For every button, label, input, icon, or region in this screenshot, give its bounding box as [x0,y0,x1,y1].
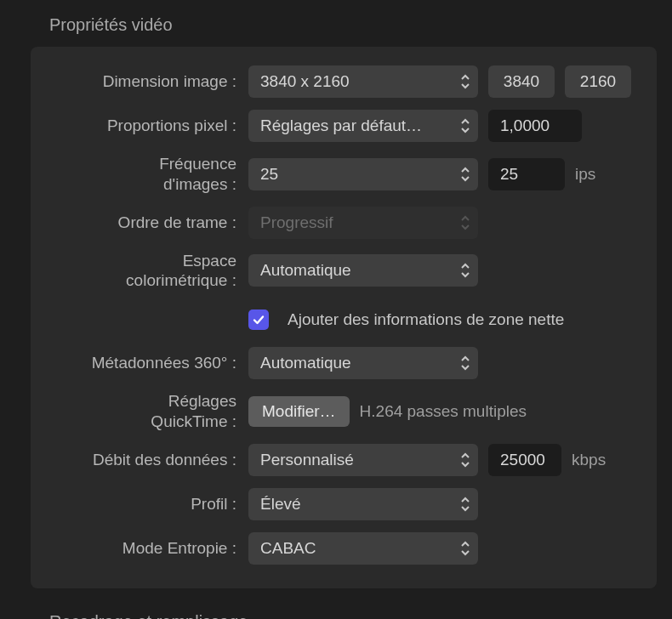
select-color-space-value: Automatique [260,261,351,280]
input-frame-rate[interactable]: 25 [488,158,565,190]
checkbox-clean-aperture[interactable] [248,310,269,330]
stepper-icon [459,540,471,557]
section-title-video-properties: Propriétés vidéo [49,15,657,35]
quicktime-description: H.264 passes multiples [360,402,527,421]
label-meta-360: Métadonnées 360° : [51,353,248,373]
label-pixel-aspect: Proportions pixel : [51,116,248,136]
select-frame-rate-value: 25 [260,165,278,184]
input-width[interactable]: 3840 [488,65,555,98]
stepper-icon [459,214,471,231]
label-entropy: Mode Entropie : [51,538,248,559]
stepper-icon [459,117,471,134]
label-image-dimension: Dimension image : [51,71,248,92]
select-field-order: Progressif [248,207,478,239]
unit-kbps: kbps [572,451,606,469]
select-profile-value: Élevé [260,495,301,514]
select-image-dimension[interactable]: 3840 x 2160 [248,65,478,98]
select-pixel-aspect-value: Réglages par défaut… [260,116,422,135]
select-field-order-value: Progressif [260,213,333,232]
select-frame-rate[interactable]: 25 [248,158,478,190]
section-title-crop-fill: Recadrage et remplissage [49,612,657,620]
select-color-space[interactable]: Automatique [248,254,478,287]
select-meta-360-value: Automatique [260,354,351,372]
stepper-icon [459,73,471,90]
label-clean-aperture: Ajouter des informations de zone nette [288,310,564,329]
stepper-icon [459,262,471,279]
input-data-rate[interactable]: 25000 [488,444,561,476]
label-color-space: Espace colorimétrique : [51,251,248,292]
select-image-dimension-value: 3840 x 2160 [260,72,350,91]
label-frame-rate: Fréquence d'images : [51,154,248,195]
stepper-icon [459,451,471,469]
button-quicktime-modify[interactable]: Modifier… [248,396,350,427]
label-quicktime: Réglages QuickTime : [51,391,248,432]
input-pixel-aspect[interactable]: 1,0000 [488,110,582,142]
video-properties-panel: Dimension image : 3840 x 2160 3840 2160 … [31,47,657,588]
select-pixel-aspect[interactable]: Réglages par défaut… [248,110,478,142]
select-profile[interactable]: Élevé [248,488,478,520]
label-field-order: Ordre de trame : [51,213,248,233]
stepper-icon [459,166,471,183]
unit-fps: ips [575,165,595,184]
select-data-rate[interactable]: Personnalisé [248,444,478,476]
select-meta-360[interactable]: Automatique [248,347,478,379]
select-entropy[interactable]: CABAC [248,532,478,565]
stepper-icon [459,355,471,372]
label-profile: Profil : [51,494,248,514]
select-data-rate-value: Personnalisé [260,451,354,469]
select-entropy-value: CABAC [260,539,316,558]
input-height[interactable]: 2160 [565,65,631,98]
label-data-rate: Débit des données : [51,450,248,470]
stepper-icon [459,496,471,513]
